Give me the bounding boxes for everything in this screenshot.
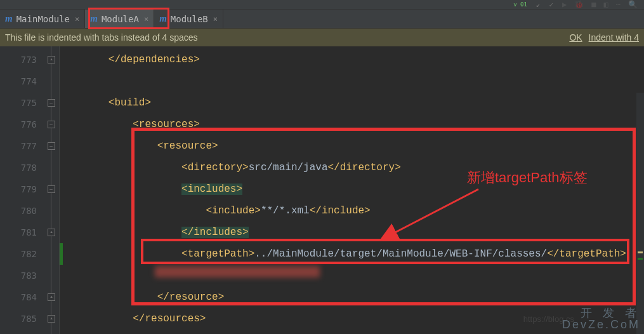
branch-icon[interactable]: ↙	[536, 1, 541, 9]
tab-label: ModuleA	[102, 14, 139, 24]
annotation-label: 新增targetPath标签	[467, 168, 588, 187]
code-editor[interactable]: 773774775776777778779780781782783784785 …	[0, 46, 644, 334]
watermark-line1: 开 发 者	[562, 307, 640, 319]
tab-label: ModuleB	[171, 14, 208, 24]
sync-icon[interactable]: ✓	[549, 1, 553, 9]
fold-cell	[43, 243, 59, 265]
tab-modulea[interactable]: m ModuleA ×	[85, 10, 154, 28]
code-line: </resource>	[60, 286, 644, 308]
fold-cell[interactable]: −	[43, 135, 59, 157]
editor-tabs: m MainModule × m ModuleA × m ModuleB ×	[0, 10, 644, 29]
debug-icon[interactable]: 🐞	[574, 0, 584, 9]
maven-file-icon: m	[90, 13, 98, 24]
line-number: 784	[0, 286, 43, 308]
code-line: </dependencies>	[60, 49, 644, 70]
more-icon[interactable]: ⋯	[616, 0, 621, 9]
change-marker	[60, 243, 63, 265]
fold-open-icon[interactable]: −	[48, 142, 55, 150]
fold-cell	[43, 265, 59, 286]
fold-open-icon[interactable]: −	[48, 185, 55, 193]
line-number: 785	[0, 308, 43, 330]
code-line: <resources>	[60, 114, 644, 135]
line-number: 782	[0, 243, 43, 265]
stop-icon[interactable]: ■	[591, 0, 596, 9]
fold-close-icon[interactable]: ▾	[48, 293, 55, 301]
fold-cell[interactable]: −	[43, 92, 59, 114]
code-line: <resource>	[60, 135, 644, 157]
close-icon[interactable]: ×	[144, 15, 148, 23]
tab-mainmodule[interactable]: m MainModule ×	[0, 10, 85, 28]
line-number: 783	[0, 265, 43, 286]
watermark-line2: DevZe.CoM	[562, 319, 640, 330]
close-icon[interactable]: ×	[75, 15, 79, 23]
fold-gutter: ▾−−−−▾▾▾	[43, 46, 60, 334]
banner-indent-link[interactable]: Indent with 4	[589, 32, 639, 43]
line-number: 777	[0, 135, 43, 157]
code-line: </includes>	[60, 222, 644, 243]
fold-cell[interactable]: −	[43, 114, 59, 135]
code-area[interactable]: </dependencies> <build> <resources> <res…	[60, 46, 644, 334]
fold-close-icon[interactable]: ▾	[48, 315, 55, 323]
search-icon[interactable]: 🔍	[628, 0, 638, 9]
run-icon[interactable]: ▶	[562, 0, 567, 9]
banner-ok-link[interactable]: OK	[569, 32, 582, 43]
line-number: 779	[0, 178, 43, 200]
fold-close-icon[interactable]: ▾	[48, 56, 55, 63]
code-line: <targetPath>../MainModule/target/MainMod…	[60, 243, 644, 265]
close-icon[interactable]: ×	[213, 15, 218, 23]
line-number: 774	[0, 70, 43, 92]
code-line	[60, 265, 644, 286]
fold-cell[interactable]: ▾	[43, 49, 59, 70]
fold-cell[interactable]: ▾	[43, 222, 59, 243]
editor-marker-strip[interactable]	[636, 93, 644, 334]
line-number: 780	[0, 200, 43, 222]
line-number: 778	[0, 157, 43, 178]
fold-open-icon[interactable]: −	[48, 99, 55, 107]
watermark-devze: 开 发 者 DevZe.CoM	[562, 307, 640, 330]
code-line: <build>	[60, 92, 644, 114]
fold-close-icon[interactable]: ▾	[48, 229, 55, 236]
toolbar-icons: ▶ 🐞 ■ ◧ ⋯ 🔍	[562, 0, 638, 9]
top-toolbar: v 01 ↙ ✓ ▶ 🐞 ■ ◧ ⋯ 🔍	[0, 0, 644, 10]
line-number: 781	[0, 222, 43, 243]
code-line: <include>**/*.xml</include>	[60, 200, 644, 222]
fold-cell	[43, 200, 59, 222]
banner-message: This file is indented with tabs instead …	[5, 32, 198, 43]
tab-label: MainModule	[16, 14, 70, 24]
fold-cell[interactable]: ▾	[43, 308, 59, 330]
fold-open-icon[interactable]: −	[48, 121, 55, 128]
fold-cell	[43, 157, 59, 178]
notification-banner: This file is indented with tabs instead …	[0, 29, 644, 46]
maven-file-icon: m	[5, 13, 13, 24]
tab-moduleb[interactable]: m ModuleB ×	[154, 10, 223, 28]
code-line	[60, 70, 644, 92]
vcs-version: v 01	[513, 1, 527, 8]
line-number: 776	[0, 114, 43, 135]
line-number-gutter: 773774775776777778779780781782783784785	[0, 46, 43, 334]
profile-icon[interactable]: ◧	[604, 0, 608, 9]
maven-file-icon: m	[159, 13, 167, 24]
line-number: 773	[0, 49, 43, 70]
fold-cell[interactable]: ▾	[43, 286, 59, 308]
line-number: 775	[0, 92, 43, 114]
fold-cell	[43, 70, 59, 92]
redacted-region	[155, 266, 320, 277]
fold-cell[interactable]: −	[43, 178, 59, 200]
